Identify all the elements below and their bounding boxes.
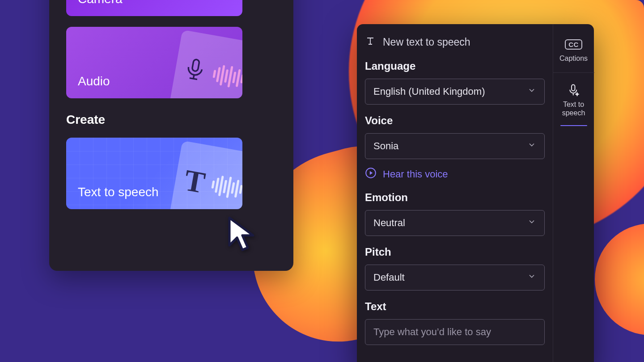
panel-title: New text to speech [383,36,470,48]
section-heading-create: Create [66,113,276,127]
text-input[interactable]: Type what you’d like to say [365,319,545,345]
select-value: Neutral [373,217,405,229]
svg-rect-0 [192,59,199,72]
card-text-to-speech[interactable]: Text to speech T [66,138,242,209]
svg-rect-2 [572,85,575,91]
play-circle-icon [365,167,377,181]
select-language[interactable]: English (United Kingdom) [365,79,545,105]
panel-header: New text to speech [365,36,545,48]
select-value: Sonia [373,140,398,152]
chevron-down-icon [527,217,536,229]
tab-text-to-speech[interactable]: Text to speech [553,80,594,134]
label-text: Text [365,300,545,313]
text-input-placeholder: Type what you’d like to say [373,326,491,338]
select-voice[interactable]: Sonia [365,133,545,159]
microphone-sparkle-icon [564,84,583,97]
text-icon [365,36,376,48]
card-illustration [169,30,242,98]
card-illustration: T [169,141,242,209]
hear-this-voice-label: Hear this voice [383,168,448,180]
hear-this-voice-button[interactable]: Hear this voice [365,167,545,181]
label-voice: Voice [365,114,545,127]
card-label: Audio [78,74,110,88]
select-value: Default [373,272,405,283]
select-value: English (United Kingdom) [373,86,485,97]
chevron-down-icon [527,272,536,283]
label-pitch: Pitch [365,246,545,258]
panel-side-tabs: CC Captions Text to speech [553,24,594,362]
chevron-down-icon [527,86,536,97]
letter-t-icon: T [182,162,208,201]
waveform-icon [210,174,242,200]
cursor-icon [227,216,258,255]
waveform-icon [212,63,242,89]
card-label: Camera [78,0,123,6]
label-emotion: Emotion [365,191,545,204]
label-language: Language [365,60,545,72]
card-audio[interactable]: Audio [66,27,242,98]
decorative-blob [595,223,644,335]
select-emotion[interactable]: Neutral [365,210,545,236]
text-to-speech-panel: New text to speech Language English (Uni… [357,24,594,362]
tab-captions[interactable]: CC Captions [553,34,594,73]
tab-label: Captions [559,55,588,63]
card-label: Text to speech [78,185,159,199]
tab-label: Text to speech [553,101,594,117]
microphone-icon [181,55,208,85]
card-camera[interactable]: Camera [66,0,242,16]
chevron-down-icon [527,140,536,152]
closed-captions-icon: CC [564,38,583,51]
select-pitch[interactable]: Default [365,265,545,290]
